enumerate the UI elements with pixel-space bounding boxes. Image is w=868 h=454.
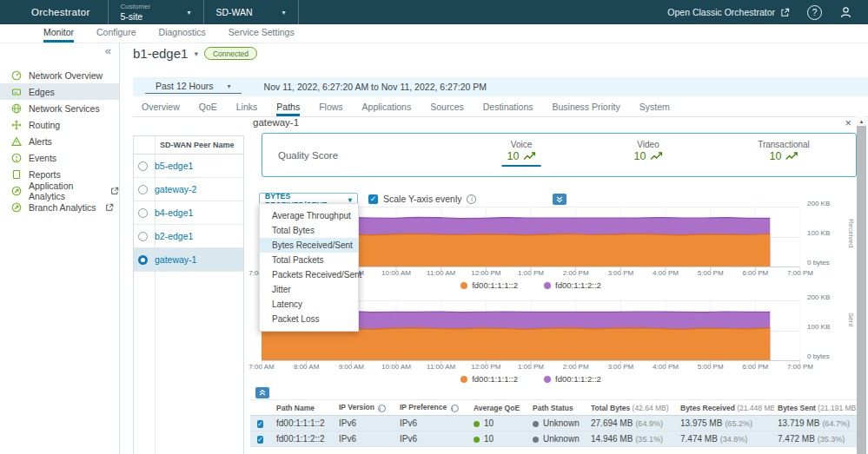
peer-name-link[interactable]: b5-edge1 — [155, 161, 193, 171]
sidebar: « Network OverviewEdgesNetwork ServicesR… — [0, 43, 120, 454]
info-icon[interactable]: i — [378, 405, 386, 412]
checkbox-column-header — [250, 400, 273, 416]
collapse-quality-button[interactable] — [553, 194, 567, 205]
scrollbar-thumb[interactable] — [857, 126, 866, 454]
orchestrator-app: Orchestrator Customer 5-site ▾ SD-WAN ▾ … — [0, 0, 868, 454]
y-axis-title: Sent — [847, 313, 855, 326]
close-icon[interactable]: × — [845, 116, 851, 129]
tab-links[interactable]: Links — [236, 102, 258, 116]
peer-radio[interactable] — [138, 255, 148, 265]
menu-item-jitter[interactable]: Jitter — [260, 282, 358, 297]
tab-overview[interactable]: Overview — [142, 102, 180, 116]
x-axis-tick: 2:00 PM — [563, 363, 589, 371]
legend-dot — [544, 282, 551, 289]
menu-item-packets-received-sent[interactable]: Packets Received/Sent — [260, 267, 358, 282]
sidebar-item-label: Branch Analytics — [29, 202, 96, 213]
legend-item[interactable]: fd00:1:1:2::2 — [544, 374, 601, 384]
nav-tab-service-settings[interactable]: Service Settings — [229, 27, 295, 43]
menu-item-bytes-received-sent[interactable]: Bytes Received/Sent — [260, 238, 358, 253]
time-range-select[interactable]: Past 12 Hours ▾ — [145, 80, 242, 94]
table-row-fd00:1:1:2::2[interactable]: ✓ fd00:1:1:2::2 IPv6 IPv6 10 Unknown 14.… — [250, 431, 857, 447]
scroll-up-icon[interactable]: ▲ — [857, 116, 866, 126]
sidebar-collapse-icon[interactable]: « — [105, 44, 111, 57]
info-icon[interactable]: i — [467, 194, 476, 204]
peer-row-b5-edge1[interactable]: b5-edge1 — [134, 155, 243, 178]
trend-icon — [785, 152, 798, 161]
tab-flows[interactable]: Flows — [319, 102, 342, 116]
open-classic-link[interactable]: Open Classic Orchestrator — [667, 7, 790, 17]
y-axis-tick: 100 KB — [807, 229, 830, 237]
edge-status-badge: Connected — [204, 47, 257, 60]
metric-label: Voice — [502, 140, 541, 149]
peer-row-gateway-2[interactable]: gateway-2 — [134, 178, 243, 201]
sidebar-item-network-services[interactable]: Network Services — [0, 100, 119, 116]
row-checkbox[interactable]: ✓ — [257, 420, 263, 428]
help-icon[interactable]: ? — [807, 5, 822, 20]
legend-label: fd00:1:1:1::2 — [472, 280, 518, 290]
peer-detail-panel: gateway-1 × Quality Score Voice 10 Video… — [250, 116, 857, 454]
vertical-scrollbar[interactable]: ▲ — [857, 116, 866, 454]
metric-value: 10 — [507, 150, 520, 162]
tab-sources[interactable]: Sources — [430, 102, 464, 116]
expand-table-button[interactable] — [255, 387, 269, 398]
info-icon[interactable]: i — [451, 405, 459, 412]
menu-item-packet-loss[interactable]: Packet Loss — [260, 312, 358, 326]
sidebar-item-alerts[interactable]: Alerts — [0, 133, 119, 149]
legend-item[interactable]: fd00:1:1:2::2 — [544, 280, 601, 290]
table-row-fd00:1:1:1::2[interactable]: ✓ fd00:1:1:1::2 IPv6 IPv6 10 Unknown 27.… — [250, 416, 857, 431]
cell-total-bytes: 14.946 MB(35.1%) — [587, 431, 677, 447]
nav-tab-configure[interactable]: Configure — [96, 27, 136, 43]
column-header-total-bytes: Total Bytes (42.64 MB) — [587, 400, 677, 416]
metric-label: Video — [629, 140, 668, 149]
sidebar-item-edges[interactable]: Edges — [0, 83, 119, 100]
path-status-dot — [533, 437, 539, 443]
quality-metric-transactional[interactable]: Transactional 10 — [758, 140, 810, 165]
menu-item-average-throughput[interactable]: Average Throughput — [260, 208, 358, 223]
tab-business-priority[interactable]: Business Priority — [553, 102, 620, 116]
main-content: b1-edge1 ▾ Connected Past 12 Hours ▾ Nov… — [120, 43, 868, 454]
tab-system[interactable]: System — [639, 102, 670, 116]
user-icon[interactable] — [839, 6, 852, 18]
external-link-icon — [105, 203, 114, 212]
menu-item-total-bytes[interactable]: Total Bytes — [260, 223, 358, 238]
peer-row-b2-edge1[interactable]: b2-edge1 — [134, 225, 243, 248]
legend-label: fd00:1:1:1::2 — [472, 374, 518, 384]
peer-radio[interactable] — [138, 185, 148, 194]
customer-selector[interactable]: Customer 5-site ▾ — [108, 0, 203, 24]
alert-triangle-icon — [11, 136, 22, 147]
peer-row-gateway-1[interactable]: gateway-1 — [134, 248, 243, 272]
menu-item-total-packets[interactable]: Total Packets — [260, 253, 358, 267]
peer-name-link[interactable]: b2-edge1 — [155, 231, 193, 241]
tab-applications[interactable]: Applications — [362, 102, 412, 116]
peer-name-link[interactable]: gateway-2 — [155, 184, 196, 194]
tab-destinations[interactable]: Destinations — [483, 102, 533, 116]
tab-qoe[interactable]: QoE — [199, 102, 217, 116]
x-axis-tick: 10:00 AM — [381, 269, 411, 277]
peer-radio[interactable] — [138, 161, 148, 171]
sidebar-item-application-analytics[interactable]: Application Analytics — [0, 182, 119, 199]
y-axis-tick: 200 KB — [807, 293, 830, 301]
nav-tab-diagnostics[interactable]: Diagnostics — [159, 27, 206, 43]
legend-item[interactable]: fd00:1:1:1::2 — [461, 374, 518, 384]
nav-tab-monitor[interactable]: Monitor — [43, 27, 74, 43]
peer-name-link[interactable]: gateway-1 — [155, 254, 196, 265]
row-checkbox[interactable]: ✓ — [257, 436, 263, 444]
peer-radio[interactable] — [138, 208, 148, 218]
product-selector[interactable]: SD-WAN ▾ — [203, 0, 299, 24]
sidebar-item-network-overview[interactable]: Network Overview — [0, 67, 119, 83]
sidebar-item-events[interactable]: Events — [0, 149, 119, 166]
peer-row-b4-edge1[interactable]: b4-edge1 — [134, 201, 243, 225]
quality-metric-video[interactable]: Video 10 — [629, 140, 668, 165]
legend-item[interactable]: fd00:1:1:1::2 — [461, 280, 518, 290]
scale-y-checkbox[interactable]: ✓ — [368, 194, 378, 204]
globe-icon — [11, 103, 22, 114]
peer-radio[interactable] — [138, 232, 148, 241]
sidebar-item-branch-analytics[interactable]: Branch Analytics — [0, 199, 119, 215]
cell-ip-version: IPv6 — [335, 431, 396, 447]
peer-name-link[interactable]: b4-edge1 — [155, 207, 193, 218]
sidebar-item-routing[interactable]: Routing — [0, 116, 119, 133]
menu-item-latency[interactable]: Latency — [260, 297, 358, 312]
quality-metric-voice[interactable]: Voice 10 — [502, 140, 541, 167]
edge-chevron-down-icon[interactable]: ▾ — [194, 49, 198, 58]
tab-paths[interactable]: Paths — [276, 102, 300, 116]
